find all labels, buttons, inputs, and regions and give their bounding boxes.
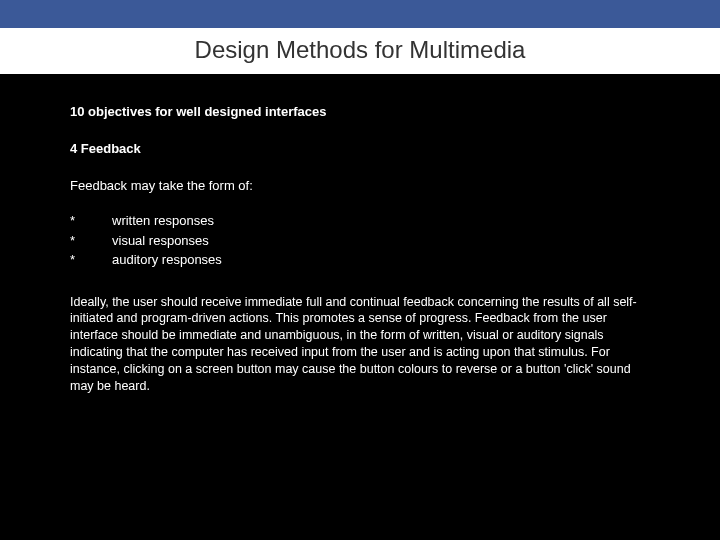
bullet-text: visual responses (112, 231, 650, 251)
intro-line: Feedback may take the form of: (70, 178, 650, 193)
list-item: * visual responses (70, 231, 650, 251)
body-paragraph: Ideally, the user should receive immedia… (70, 294, 650, 395)
bullet-text: written responses (112, 211, 650, 231)
list-item: * auditory responses (70, 250, 650, 270)
bullet-marker: * (70, 250, 112, 270)
list-item: * written responses (70, 211, 650, 231)
bullet-marker: * (70, 231, 112, 251)
slide-title: Design Methods for Multimedia (0, 36, 720, 64)
bullet-list: * written responses * visual responses *… (70, 211, 650, 270)
sub-heading: 4 Feedback (70, 141, 650, 156)
slide-content: 10 objectives for well designed interfac… (0, 74, 720, 395)
bullet-text: auditory responses (112, 250, 650, 270)
bullet-marker: * (70, 211, 112, 231)
header-bar (0, 0, 720, 28)
title-section: Design Methods for Multimedia (0, 28, 720, 74)
section-heading: 10 objectives for well designed interfac… (70, 104, 650, 119)
